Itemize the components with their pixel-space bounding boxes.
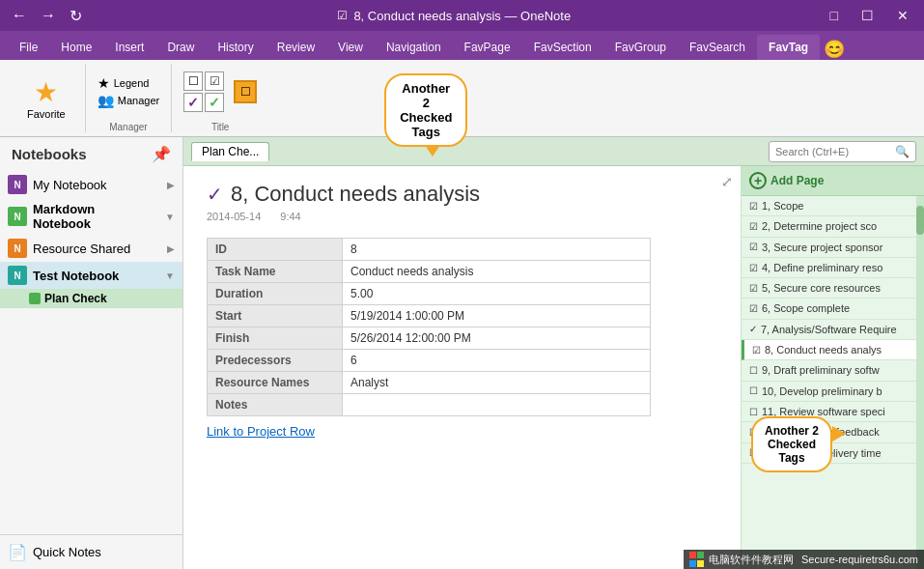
resource-shared-icon: N — [8, 239, 27, 258]
callout-right-container: Another 2CheckedTags — [751, 416, 832, 472]
ribbon-group-manager: ★ Legend 👥 Manager Manager — [86, 64, 172, 132]
resource-shared-label: Resource Shared — [33, 242, 161, 256]
quick-notes-button[interactable]: 📄 Quick Notes — [0, 534, 182, 569]
checkbox-4[interactable]: ✓ — [205, 93, 224, 112]
legend-button[interactable]: ★ Legend — [98, 75, 159, 91]
page-7-label: 7, Analysis/Software Require — [761, 323, 897, 336]
checkbox-1[interactable]: ☐ — [183, 71, 203, 91]
page-item-5[interactable]: ☑ 5, Secure core resources — [742, 278, 916, 299]
checkbox-3[interactable]: ✓ — [183, 93, 203, 112]
sidebar-title: Notebooks — [12, 146, 87, 162]
page-item-3[interactable]: ☑ 3, Secure project sponsor — [742, 238, 916, 258]
tab-file[interactable]: File — [8, 35, 49, 60]
value-finish: 5/26/2014 12:00:00 PM — [343, 327, 651, 350]
highlighted-cb[interactable]: ☐ — [234, 80, 257, 103]
label-duration: Duration — [208, 283, 343, 305]
refresh-button[interactable]: ↻ — [66, 5, 86, 27]
pages-list: ☑ 1, Scope ☑ 2, Determine project sco ☑ … — [742, 196, 916, 569]
win-sq-green — [697, 552, 704, 558]
page-item-1[interactable]: ☑ 1, Scope — [742, 196, 916, 216]
windows-logo — [689, 552, 705, 567]
page-item-9[interactable]: ☐ 9, Draft preliminary softw — [742, 360, 916, 381]
callout-right-arrow — [832, 426, 846, 441]
page-item-8[interactable]: ☑ 8, Conduct needs analys — [742, 340, 916, 360]
page-5-label: 5, Secure core resources — [762, 281, 881, 295]
callout-right: Another 2CheckedTags — [751, 416, 832, 472]
window-controls: □ ☐ ✕ — [823, 6, 916, 25]
page-4-checkbox: ☑ — [749, 262, 758, 274]
page-tab-plan-check[interactable]: Plan Che... — [191, 142, 269, 161]
tab-review[interactable]: Review — [266, 35, 326, 60]
page-2-checkbox: ☑ — [749, 220, 758, 233]
page-item-4[interactable]: ☑ 4, Define preliminary reso — [742, 258, 916, 278]
label-id: ID — [208, 239, 343, 261]
manager-label: Manager — [118, 95, 159, 106]
tab-favsearch[interactable]: FavSearch — [678, 35, 757, 60]
label-predecessors: Predecessors — [208, 350, 343, 372]
legend-label: Legend — [114, 77, 150, 89]
checkbox-2[interactable]: ☑ — [205, 71, 224, 91]
value-duration: 5.00 — [343, 283, 651, 305]
page-3-checkbox: ☑ — [749, 241, 758, 253]
scroll-thumb[interactable] — [916, 206, 924, 235]
sidebar-item-resource-shared[interactable]: N Resource Shared ▶ — [0, 235, 182, 262]
page-item-2[interactable]: ☑ 2, Determine project sco — [742, 216, 916, 237]
right-panel: + Add Page ☑ 1, Scope ☑ 2, Determine pro… — [741, 166, 924, 569]
note-date: 2014-05-14 — [207, 211, 261, 222]
table-row: Duration 5.00 — [208, 283, 651, 305]
ribbon-tabs: File Home Insert Draw History Review Vie… — [0, 31, 924, 60]
markdown-notebook-icon: N — [8, 207, 27, 226]
page-item-7[interactable]: ✓ 7, Analysis/Software Require — [742, 320, 916, 340]
tab-favgroup[interactable]: FavGroup — [603, 35, 678, 60]
favorite-content: ★ Favorite — [19, 64, 73, 132]
tab-home[interactable]: Home — [49, 35, 103, 60]
tab-draw[interactable]: Draw — [155, 35, 206, 60]
tab-navigation[interactable]: Navigation — [375, 35, 453, 60]
tab-favtag[interactable]: FavTag — [757, 35, 820, 60]
favorite-button[interactable]: ★ Favorite — [19, 72, 73, 124]
project-row-link[interactable]: Link to Project Row — [207, 424, 315, 439]
my-notebook-icon: N — [8, 175, 27, 194]
forward-button[interactable]: → — [37, 5, 60, 26]
tab-view[interactable]: View — [326, 35, 375, 60]
table-row: Resource Names Analyst — [208, 372, 651, 394]
window-title: 8, Conduct needs analysis — OneNote — [353, 9, 571, 23]
table-row: Start 5/19/2014 1:00:00 PM — [208, 305, 651, 327]
manager-button[interactable]: 👥 Manager — [98, 93, 159, 108]
expand-note-button[interactable]: ⤢ — [721, 174, 733, 189]
title-bar: ← → ↻ ☑ 8, Conduct needs analysis — OneN… — [0, 0, 924, 31]
checkbox-grid: ☐ ☑ ✓ ✓ — [183, 71, 224, 112]
sidebar-section-plan-check[interactable]: Plan Check — [0, 289, 182, 308]
page-item-10[interactable]: ☐ 10, Develop preliminary b — [742, 382, 916, 402]
note-time: 9:44 — [280, 211, 300, 222]
back-button[interactable]: ← — [8, 5, 31, 26]
manager-content: ★ Legend 👥 Manager — [98, 64, 159, 120]
page-item-6[interactable]: ☑ 6, Scope complete — [742, 299, 916, 319]
scrollbar[interactable] — [916, 196, 924, 569]
tab-insert[interactable]: Insert — [103, 35, 155, 60]
table-row: ID 8 — [208, 239, 651, 261]
page-2-label: 2, Determine project sco — [762, 219, 877, 233]
tab-favpage[interactable]: FavPage — [453, 35, 522, 60]
add-page-button[interactable]: + Add Page — [742, 166, 924, 196]
search-input[interactable] — [775, 146, 891, 157]
sidebar-item-my-notebook[interactable]: N My Notebook ▶ — [0, 171, 182, 198]
favorite-label: Favorite — [27, 108, 66, 120]
sidebar-item-test-notebook[interactable]: N Test Notebook ▼ — [0, 262, 182, 289]
sidebar-item-markdown-notebook[interactable]: N MarkdownNotebook ▼ — [0, 198, 182, 235]
table-row: Predecessors 6 — [208, 350, 651, 372]
value-start: 5/19/2014 1:00:00 PM — [343, 305, 651, 327]
value-task-name: Conduct needs analysis — [343, 261, 651, 283]
highlight-checkbox[interactable]: ☐ — [234, 80, 257, 103]
maximize-button[interactable]: ☐ — [854, 6, 882, 25]
value-id: 8 — [343, 239, 651, 261]
tab-favsection[interactable]: FavSection — [522, 35, 603, 60]
markdown-notebook-label: MarkdownNotebook — [33, 202, 159, 231]
minimize-button[interactable]: □ — [823, 6, 846, 25]
title-bar-center: ☑ 8, Conduct needs analysis — OneNote — [337, 9, 571, 23]
manager-icon: 👥 — [98, 93, 114, 108]
tab-history[interactable]: History — [206, 35, 265, 60]
pin-icon[interactable]: 📌 — [152, 145, 171, 163]
plus-icon: + — [749, 172, 767, 189]
close-button[interactable]: ✕ — [889, 6, 916, 25]
